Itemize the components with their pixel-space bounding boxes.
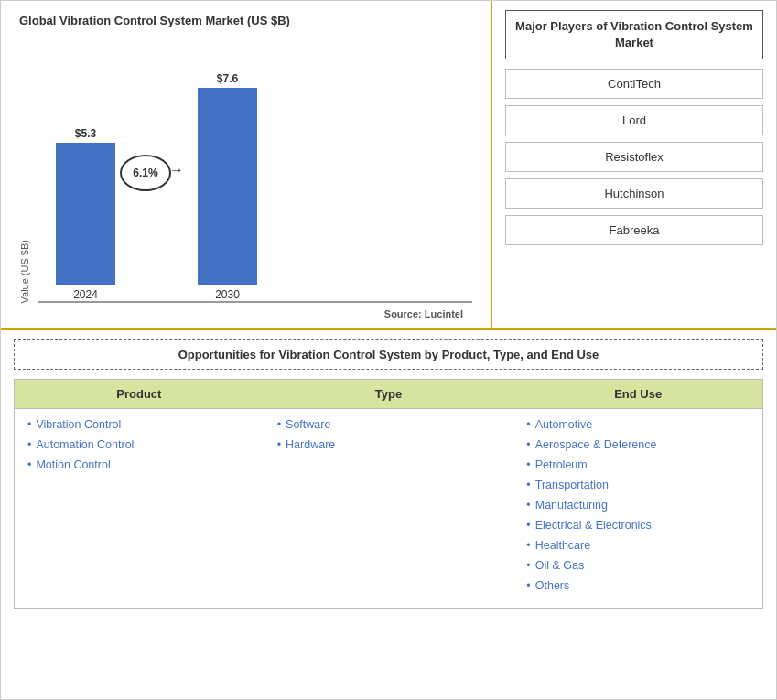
player-item-4: Fabreeka	[505, 215, 763, 245]
cagr-arrow: →	[169, 162, 184, 178]
top-section: Global Vibration Control System Market (…	[1, 1, 776, 330]
enduse-column: End Use Automotive Aerospace & Deference…	[513, 380, 762, 608]
product-body: Vibration Control Automation Control Mot…	[15, 409, 264, 608]
bar-label-2030: 2030	[215, 288, 240, 301]
enduse-item-2: Petroleum	[526, 458, 755, 471]
bars-row: $5.3 2024 6.1% → $7.6	[38, 100, 472, 301]
type-body: Software Hardware	[264, 409, 513, 608]
product-item-2: Motion Control	[27, 458, 256, 471]
product-item-1: Automation Control	[27, 438, 256, 451]
player-item-0: ContiTech	[505, 69, 763, 99]
enduse-body: Automotive Aerospace & Deference Petrole…	[513, 409, 762, 608]
player-item-3: Hutchinson	[505, 178, 763, 209]
chart-title: Global Vibration Control System Market (…	[19, 14, 472, 27]
type-column: Type Software Hardware	[264, 380, 514, 608]
bar-group-2024: $5.3 2024	[56, 127, 115, 301]
enduse-item-4: Manufacturing	[526, 499, 755, 512]
bottom-section: Opportunities for Vibration Control Syst…	[1, 330, 776, 699]
enduse-item-8: Others	[526, 579, 755, 592]
cagr-value: 6.1%	[133, 167, 157, 179]
bars-container: $5.3 2024 6.1% → $7.6	[38, 100, 472, 303]
enduse-item-0: Automotive	[526, 418, 755, 431]
product-header: Product	[15, 380, 264, 409]
bar-label-2024: 2024	[73, 288, 98, 301]
players-title: Major Players of Vibration Control Syste…	[505, 10, 763, 59]
bar-2024	[56, 143, 115, 285]
type-item-1: Hardware	[277, 438, 506, 451]
bar-2030	[198, 88, 257, 285]
bar-value-2024: $5.3	[75, 127, 96, 140]
enduse-header: End Use	[513, 380, 762, 409]
type-header: Type	[264, 380, 513, 409]
enduse-item-6: Healthcare	[526, 539, 755, 552]
bar-value-2030: $7.6	[217, 72, 238, 85]
chart-body: Value (US $B) $5.3 2024 6.1%	[19, 35, 472, 303]
cagr-bubble: 6.1%	[120, 155, 171, 191]
chart-area: Global Vibration Control System Market (…	[1, 1, 492, 328]
product-column: Product Vibration Control Automation Con…	[15, 380, 264, 608]
main-container: Global Vibration Control System Market (…	[0, 0, 777, 700]
opportunities-title: Opportunities for Vibration Control Syst…	[14, 339, 763, 370]
enduse-item-7: Oil & Gas	[526, 559, 755, 572]
product-item-0: Vibration Control	[27, 418, 256, 431]
enduse-item-5: Electrical & Electronics	[526, 519, 755, 532]
y-axis-label: Value (US $B)	[19, 240, 30, 304]
player-item-1: Lord	[505, 105, 763, 135]
type-item-0: Software	[277, 418, 506, 431]
bar-group-2030: $7.6 2030	[198, 72, 257, 301]
enduse-item-3: Transportation	[526, 479, 755, 491]
player-item-2: Resistoflex	[505, 142, 763, 172]
columns-row: Product Vibration Control Automation Con…	[14, 379, 763, 609]
x-axis-line	[38, 301, 472, 303]
source-text: Source: Lucintel	[19, 308, 472, 319]
players-area: Major Players of Vibration Control Syste…	[492, 1, 776, 328]
enduse-item-1: Aerospace & Deference	[526, 438, 755, 451]
